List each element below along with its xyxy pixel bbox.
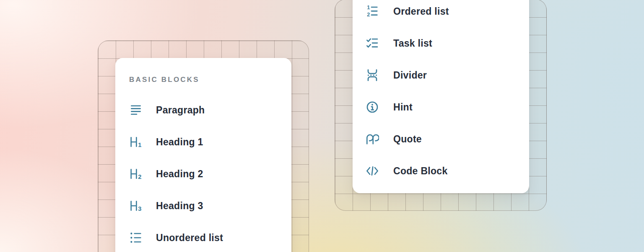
heading-3-icon: 3 (129, 198, 145, 213)
insert-blocks-menu-card: 12Ordered listTask listDividerHintQuoteC… (353, 0, 529, 193)
quote-icon (366, 131, 382, 147)
basic-blocks-menu-card: BASIC BLOCKS Paragraph1Heading 12Heading… (115, 58, 291, 252)
menu-item-paragraph[interactable]: Paragraph (115, 94, 291, 126)
menu-item-heading-1[interactable]: 1Heading 1 (115, 126, 291, 158)
menu-item-label: Heading 1 (156, 136, 203, 148)
divider-icon (366, 68, 382, 83)
menu-item-label: Divider (393, 70, 427, 81)
menu-item-heading-3[interactable]: 3Heading 3 (115, 190, 291, 222)
menu-item-label: Heading 2 (156, 168, 203, 180)
menu-item-list: 12Ordered listTask listDividerHintQuoteC… (353, 0, 529, 187)
svg-text:1: 1 (367, 5, 370, 10)
task-list-icon (366, 36, 382, 51)
menu-section-header: BASIC BLOCKS (115, 76, 291, 84)
svg-text:2: 2 (367, 12, 370, 18)
heading-1-icon: 1 (129, 134, 145, 150)
menu-item-label: Quote (393, 134, 422, 145)
svg-text:2: 2 (138, 173, 141, 180)
menu-item-label: Hint (393, 102, 413, 113)
menu-item-heading-2[interactable]: 2Heading 2 (115, 158, 291, 190)
menu-item-quote[interactable]: Quote (353, 123, 529, 155)
paragraph-icon (129, 102, 145, 118)
code-block-icon (366, 163, 382, 178)
menu-item-label: Code Block (393, 165, 448, 177)
menu-item-label: Task list (393, 38, 432, 49)
svg-text:3: 3 (138, 205, 141, 212)
menu-item-list: Paragraph1Heading 12Heading 23Heading 3U… (115, 94, 291, 252)
heading-2-icon: 2 (129, 166, 145, 181)
svg-text:1: 1 (138, 142, 141, 148)
menu-item-label: Heading 3 (156, 200, 203, 212)
menu-item-code-block[interactable]: Code Block (353, 155, 529, 187)
background-gradient (0, 0, 644, 252)
menu-item-label: Paragraph (156, 105, 205, 116)
menu-item-divider[interactable]: Divider (353, 59, 529, 91)
hint-icon (366, 100, 382, 115)
menu-item-task-list[interactable]: Task list (353, 27, 529, 59)
menu-item-ordered-list[interactable]: 12Ordered list (353, 0, 529, 27)
menu-item-label: Unordered list (156, 232, 223, 244)
menu-item-unordered-list[interactable]: Unordered list (115, 222, 291, 252)
ordered-list-icon: 12 (366, 4, 382, 19)
unordered-list-icon (129, 230, 145, 245)
menu-item-label: Ordered list (393, 6, 449, 17)
menu-item-hint[interactable]: Hint (353, 91, 529, 123)
